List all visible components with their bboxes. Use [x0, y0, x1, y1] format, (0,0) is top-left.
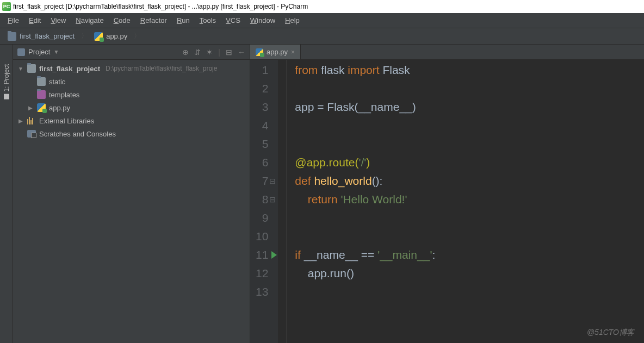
tree-templates-label: templates [49, 91, 79, 99]
token-nm: app.run() [295, 267, 354, 279]
breadcrumb-root[interactable]: first_flask_project [4, 31, 78, 42]
expand-all-icon[interactable]: ⇵ [194, 48, 201, 57]
menu-window[interactable]: Window [246, 15, 280, 26]
tree-scratches-label: Scratches and Consoles [39, 130, 116, 138]
project-tool-label: 1: Project [3, 64, 10, 92]
breadcrumb-root-label: first_flask_project [20, 32, 75, 40]
python-file-icon [37, 103, 46, 112]
editor-gutter: 1234567⊟8⊟910111213 [250, 60, 278, 343]
module-folder-icon [27, 64, 36, 73]
editor-tab-app[interactable]: app.py × [250, 45, 301, 59]
code-line[interactable]: app.run() [295, 264, 636, 283]
breadcrumb-file[interactable]: app.py [91, 31, 131, 42]
token-nm [295, 193, 307, 205]
code-line[interactable]: app = Flask(__name__) [295, 98, 636, 116]
window-titlebar: PC first_flask_project [D:\pycharmTable\… [0, 0, 644, 13]
project-panel-tools: ⊕⇵✶|⊟← [182, 48, 245, 57]
expand-arrow-icon[interactable]: ▶ [27, 105, 34, 111]
token-kw: def [295, 174, 314, 187]
hide-icon[interactable]: ← [238, 48, 245, 57]
expand-arrow-icon[interactable]: ▶ [17, 118, 24, 124]
token-kw: if [295, 248, 304, 261]
tree-external-libs[interactable]: ▶ External Libraries [13, 114, 250, 127]
fold-icon[interactable]: ⊟ [269, 172, 276, 190]
project-tree: ▼ first_flask_project D:\pycharmTable\fl… [13, 60, 250, 142]
breadcrumb-file-label: app.py [106, 32, 127, 40]
tree-root-name: first_flask_project [39, 65, 100, 73]
code-line[interactable] [295, 227, 636, 246]
tree-scratches[interactable]: Scratches and Consoles [13, 127, 250, 140]
code-line[interactable] [295, 116, 636, 135]
main-menubar: FileEditViewNavigateCodeRefactorRunTools… [0, 13, 644, 28]
close-tab-icon[interactable]: × [291, 48, 295, 56]
collapse-icon[interactable]: ⊟ [226, 48, 232, 57]
menu-file[interactable]: File [3, 15, 23, 26]
menu-navigate[interactable]: Navigate [71, 15, 108, 26]
menu-code[interactable]: Code [109, 15, 135, 26]
menu-vcs[interactable]: VCS [221, 15, 245, 26]
token-dec: @app.route( [295, 156, 358, 169]
token-str: 'Hello World!' [340, 193, 407, 205]
menu-edit[interactable]: Edit [24, 15, 45, 26]
code-content[interactable]: from flask import Flaskapp = Flask(__nam… [287, 60, 644, 343]
code-line[interactable]: def hello_world(): [295, 172, 636, 190]
code-editor[interactable]: 1234567⊟8⊟910111213 from flask import Fl… [250, 60, 644, 343]
line-number: 8⊟ [256, 190, 268, 209]
code-line[interactable]: if __name__ == '__main__': [295, 246, 636, 264]
code-line[interactable]: @app.route('/') [295, 153, 636, 172]
folder-icon [37, 77, 46, 86]
token-str: '__main__' [377, 248, 432, 261]
code-line[interactable] [295, 283, 636, 301]
editor-area: app.py × 1234567⊟8⊟910111213 from flask … [250, 45, 644, 343]
code-line[interactable] [295, 135, 636, 153]
token-nm: ) [412, 101, 416, 113]
token-nm: (): [372, 174, 383, 187]
locate-icon[interactable]: ⊕ [182, 48, 189, 57]
project-tool-tab[interactable]: 1: Project [2, 61, 11, 103]
scratches-icon [27, 130, 36, 138]
code-line[interactable]: return 'Hello World!' [295, 190, 636, 209]
menu-run[interactable]: Run [172, 15, 194, 26]
code-line[interactable] [295, 209, 636, 227]
editor-tabs: app.py × [250, 45, 644, 60]
line-number: 11 [256, 246, 268, 264]
line-number: 9 [256, 209, 268, 227]
pycharm-icon: PC [2, 2, 11, 11]
menu-view[interactable]: View [46, 15, 70, 26]
fold-icon[interactable]: ⊟ [269, 190, 276, 209]
project-panel-title[interactable]: Project ▼ [17, 48, 59, 56]
workspace: 1: Project Project ▼ ⊕⇵✶|⊟← ▼ first_flas… [0, 45, 644, 343]
line-number: 6 [256, 153, 268, 172]
expand-arrow-icon[interactable]: ▼ [17, 66, 24, 72]
dropdown-icon: ▼ [53, 49, 59, 55]
left-tool-strip: 1: Project [0, 45, 13, 343]
python-file-icon [256, 48, 263, 56]
token-dec: ) [366, 156, 370, 169]
project-icon [17, 48, 25, 56]
chevron-right-icon: 〉 [80, 32, 89, 41]
menu-tools[interactable]: Tools [195, 15, 220, 26]
project-tool-icon [4, 94, 9, 99]
tree-app-file[interactable]: ▶ app.py [13, 101, 250, 114]
run-gutter-icon[interactable] [271, 251, 277, 259]
token-nm: Flask [382, 64, 410, 76]
line-number: 13 [256, 283, 268, 301]
code-line[interactable]: from flask import Flask [295, 61, 636, 79]
tree-static-label: static [49, 78, 65, 86]
token-kw: return [308, 193, 341, 205]
tree-app-label: app.py [49, 104, 70, 112]
line-number: 3 [256, 98, 268, 116]
tree-root[interactable]: ▼ first_flask_project D:\pycharmTable\fl… [13, 62, 250, 75]
tree-root-location: D:\pycharmTable\flask\first_flask_proje [106, 65, 217, 72]
token-nm: : [432, 248, 435, 261]
token-nm: __name__ [358, 101, 412, 113]
menu-help[interactable]: Help [281, 15, 304, 26]
token-fn: hello_world [314, 174, 371, 187]
settings-icon[interactable]: ✶ [206, 48, 213, 57]
watermark-text: @51CTO博客 [587, 328, 634, 338]
menu-refactor[interactable]: Refactor [136, 15, 171, 26]
code-line[interactable] [295, 79, 636, 98]
tree-static-folder[interactable]: static [13, 75, 250, 88]
separator: | [218, 48, 220, 57]
tree-templates-folder[interactable]: templates [13, 88, 250, 101]
